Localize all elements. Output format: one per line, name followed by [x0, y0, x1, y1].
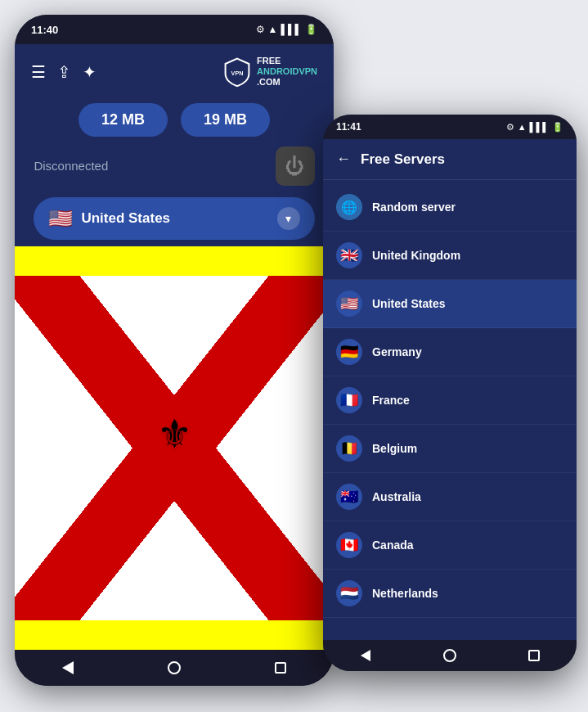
logo-com: .COM [257, 77, 317, 88]
server-name-be: Belgium [372, 442, 417, 455]
flag-crest: ⚜ [157, 411, 192, 457]
logo-androidvpn: ANDROIDVPN [257, 66, 317, 77]
server-item-nl[interactable]: 🇳🇱 Netherlands [323, 570, 577, 618]
logo-accent: ANDROIDVPN [257, 66, 317, 76]
server-name-fr: France [372, 394, 410, 407]
server-name-ca: Canada [372, 539, 414, 552]
random-server-icon: 🌐 [336, 194, 362, 220]
phone2: 11:41 ⚙ ▲ ▌▌▌ 🔋 ← Free Servers 🌐 Random … [323, 115, 577, 671]
flag-yellow-bottom [15, 620, 334, 650]
signal-icon: ▌▌▌ [281, 24, 302, 35]
logo-area: VPN FREE ANDROIDVPN .COM [222, 56, 317, 88]
selected-country-name: United States [81, 210, 268, 227]
phone2-bottom-nav [323, 640, 577, 671]
download-stat: 12 MB [79, 103, 168, 137]
au-flag-icon: 🇦🇺 [336, 484, 362, 510]
wifi-icon: ▲ [268, 24, 278, 35]
phone1-time: 11:40 [31, 24, 58, 36]
chevron-down-icon[interactable]: ▾ [277, 207, 300, 230]
toolbar-left-icons: ☰ ⇪ ✦ [31, 62, 97, 82]
be-flag-icon: 🇧🇪 [336, 435, 362, 462]
uk-flag-icon: 🇬🇧 [336, 242, 362, 268]
server-list-header: ← Free Servers [323, 139, 577, 180]
phone2-signal-icon: ▌▌▌ [530, 122, 549, 132]
phone2-time: 11:41 [336, 121, 361, 133]
phone1-main-content: ☰ ⇪ ✦ VPN FREE ANDROIDVPN .COM [15, 44, 334, 650]
upload-stat: 19 MB [181, 103, 270, 137]
server-item-ca[interactable]: 🇨🇦 Canada [323, 521, 577, 570]
phone2-nav-back[interactable] [354, 644, 377, 667]
menu-icon[interactable]: ☰ [31, 62, 46, 82]
server-item-random[interactable]: 🌐 Random server [323, 183, 577, 232]
us-flag-icon: 🇺🇸 [336, 291, 362, 317]
disconnected-row: Disconnected ⏻ [34, 146, 314, 186]
logo-text: FREE ANDROIDVPN .COM [257, 56, 317, 88]
server-item-fr[interactable]: 🇫🇷 France [323, 376, 577, 425]
phone2-notification-icon: ⚙ [506, 122, 514, 133]
notification-icon: ⚙ [256, 24, 265, 35]
logo-free: FREE [257, 56, 317, 66]
server-item-au[interactable]: 🇦🇺 Australia [323, 473, 577, 521]
phone1-status-icons: ⚙ ▲ ▌▌▌ 🔋 [256, 24, 317, 35]
svg-text:VPN: VPN [231, 70, 244, 77]
phone2-battery-icon: 🔋 [552, 122, 563, 133]
nav-recents-button[interactable] [267, 655, 294, 681]
logo-shield-icon: VPN [222, 57, 252, 87]
phone1-status-bar: 11:40 ⚙ ▲ ▌▌▌ 🔋 [15, 15, 334, 44]
fr-flag-icon: 🇫🇷 [336, 387, 362, 413]
server-item-be[interactable]: 🇧🇪 Belgium [323, 425, 577, 473]
ca-flag-icon: 🇨🇦 [336, 532, 362, 558]
jersey-flag: ⚜ [15, 246, 334, 650]
server-name-uk: United Kingdom [372, 249, 460, 262]
server-name-us: United States [372, 297, 445, 310]
server-list[interactable]: 🌐 Random server 🇬🇧 United Kingdom 🇺🇸 Uni… [323, 180, 577, 640]
country-selector[interactable]: 🇺🇸 United States ▾ [34, 197, 314, 240]
server-item-us[interactable]: 🇺🇸 United States [323, 280, 577, 328]
phone1: 11:40 ⚙ ▲ ▌▌▌ 🔋 ☰ ⇪ ✦ VPN [15, 15, 334, 686]
battery-icon: 🔋 [305, 24, 317, 35]
power-button[interactable]: ⏻ [276, 146, 315, 186]
favorite-icon[interactable]: ✦ [83, 62, 97, 82]
nav-back-button[interactable] [55, 655, 81, 681]
phone2-status-bar: 11:41 ⚙ ▲ ▌▌▌ 🔋 [323, 115, 577, 139]
selected-country-flag: 🇺🇸 [48, 207, 73, 230]
share-icon[interactable]: ⇪ [57, 62, 71, 82]
phone1-toolbar: ☰ ⇪ ✦ VPN FREE ANDROIDVPN .COM [15, 44, 334, 95]
nl-flag-icon: 🇳🇱 [336, 580, 362, 606]
phone1-bottom-nav [15, 650, 334, 686]
scene: 11:40 ⚙ ▲ ▌▌▌ 🔋 ☰ ⇪ ✦ VPN [0, 0, 588, 712]
flag-image-area: ⚜ [15, 246, 334, 650]
flag-yellow-top [15, 246, 334, 276]
server-name-nl: Netherlands [372, 587, 438, 600]
server-list-title: Free Servers [361, 151, 445, 168]
server-name-de: Germany [372, 345, 422, 358]
phone2-wifi-icon: ▲ [518, 122, 527, 132]
disconnected-label: Disconnected [34, 159, 108, 173]
server-name-au: Australia [372, 490, 421, 503]
server-item-de[interactable]: 🇩🇪 Germany [323, 328, 577, 376]
nav-home-button[interactable] [161, 655, 187, 681]
phone2-main-content: ← Free Servers 🌐 Random server 🇬🇧 United… [323, 139, 577, 640]
server-name-random: Random server [372, 201, 456, 214]
back-arrow-icon[interactable]: ← [336, 151, 351, 168]
phone2-nav-home[interactable] [438, 644, 461, 667]
stats-row: 12 MB 19 MB [79, 103, 270, 137]
server-item-uk[interactable]: 🇬🇧 United Kingdom [323, 232, 577, 280]
de-flag-icon: 🇩🇪 [336, 339, 362, 365]
phone2-status-icons: ⚙ ▲ ▌▌▌ 🔋 [506, 122, 563, 133]
phone2-nav-recents[interactable] [523, 644, 545, 667]
